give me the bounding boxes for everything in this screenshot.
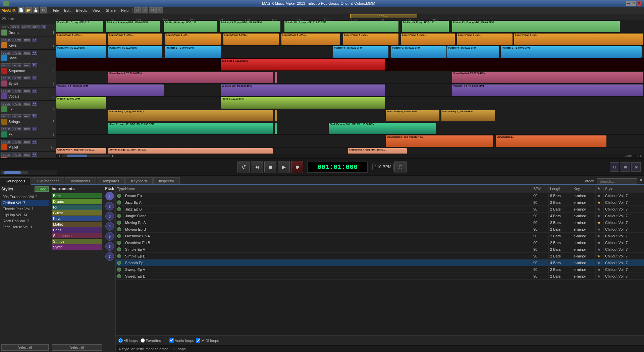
clip-drums-2[interactable]: Frickle_Kit_A_ogg:HDP_110.00 BPM (106, 21, 160, 32)
panel-search[interactable] (597, 178, 637, 184)
tab-templates[interactable]: Templates (97, 177, 125, 184)
col-header-bpm[interactable]: BPM (532, 185, 549, 192)
solo-synth[interactable]: SOLO (1, 76, 11, 80)
clip-vocals-3[interactable]: VocSolo_d 6_TS 80.00 BPM (452, 84, 643, 96)
pitch-btn-1[interactable]: 1 (105, 192, 114, 200)
rec-mallet[interactable]: REC (23, 140, 31, 144)
scissors-icon[interactable]: ✂ (149, 7, 156, 13)
open-icon[interactable]: 📂 (25, 7, 32, 13)
style-item[interactable]: Tech House Vol. 1 (1, 224, 49, 230)
clip-drums-3[interactable]: Frickle_Kit_A_ogg:HDP_110... (164, 21, 217, 32)
clip-perc-1[interactable]: CrashSwell A_ogg:HDP_TS 80.0... (56, 148, 106, 154)
strings-lane[interactable]: Interrobbery 6_ogg_001:HDP_1... Interrob… (56, 109, 644, 122)
clip-bass-7[interactable]: Pulsator 2_TS 80.00 BPM (501, 46, 642, 58)
pitch-btn-4[interactable]: 4 (105, 222, 114, 231)
radio-all-loops-input[interactable] (118, 338, 123, 343)
fx-drums[interactable]: FX (41, 25, 46, 29)
solo-fx[interactable]: SOLO (1, 102, 11, 106)
clip-strings-1[interactable]: Interrobbery 6_ogg_001:HDP_1... (108, 110, 273, 121)
loop-row[interactable]: Moving Ep B 90 2 Bars e-minor ★ Chillout… (116, 226, 644, 233)
col-header-length[interactable]: Length (549, 185, 572, 192)
instr-guitar[interactable]: Guitar (52, 210, 102, 216)
loop-fav[interactable]: ★ (596, 259, 604, 266)
loop-fav[interactable]: ★ (596, 219, 604, 226)
col-header-key[interactable]: Key (572, 185, 596, 192)
loop-fav[interactable]: ★ (596, 206, 604, 212)
record-button[interactable]: ⏺ (291, 161, 303, 173)
pointer-icon[interactable]: ↖ (156, 7, 163, 13)
loop-row[interactable]: Overdrive Ep B 90 2 Bars e-minor ★ Chill… (116, 239, 644, 246)
zoom-fit-icon[interactable]: ⊞ (640, 154, 643, 158)
hute-fx[interactable]: HUTE (12, 102, 22, 106)
instr-synth[interactable]: Synth (52, 244, 102, 250)
clip-drums-1[interactable]: Frickle_Kit_C_ogg:HDP_110... (56, 21, 103, 32)
menu-view[interactable]: View (90, 8, 103, 13)
menu-help[interactable]: Help (118, 8, 131, 13)
loop-fav[interactable]: ★ (596, 226, 604, 232)
scroll-right-arrow[interactable]: ► (112, 154, 115, 158)
rec-percussion[interactable]: REC (23, 153, 31, 157)
clip-keys-5[interactable]: LonelyPiano 6 ->Vio... (281, 34, 340, 45)
fx-lane[interactable]: Pipes 6_110.00 BPM Pipes 6_110.00 BPM (56, 97, 644, 109)
hute-percussion[interactable]: HUTE (12, 153, 22, 157)
save-icon[interactable]: 💾 (33, 7, 39, 13)
loop-fav[interactable]: ★ (596, 239, 604, 246)
style-item[interactable]: Electric Jazz Vol. 1 (1, 206, 49, 212)
clip-strings-2[interactable]: Interrobbery 6_110.00 BPM (386, 110, 439, 121)
solo-seq[interactable]: SOLO (1, 63, 11, 67)
hute-synth[interactable]: HUTE (12, 76, 22, 80)
clip-bass-6[interactable]: Pulsator 6_TS 80.00 BPM (447, 46, 499, 58)
hute-drums[interactable]: HUTE (21, 25, 31, 29)
loop-row[interactable]: Sweep Ep A 90 2 Bars e-minor ★ Chillout … (116, 266, 644, 273)
vocals-lane[interactable]: VocSolo_d 6_TS 80.00 BPM VocSolo_d 6_TS … (56, 84, 644, 97)
minimize-button[interactable]: — (626, 1, 631, 6)
percussion-lane[interactable]: CrashSwell A_ogg:HDP_TS 80.0... African … (56, 148, 644, 154)
menu-file[interactable]: File (50, 8, 62, 13)
clip-keys-6[interactable]: LonelyPiano 6 ->Vio... (343, 34, 398, 45)
clip-bass-5[interactable]: Pulsator 2_TS 80.00 BPM (391, 46, 446, 58)
loop-row[interactable]: Simple Ep B 90 2 Bars e-minor ★ Chillout… (116, 253, 644, 259)
hute-bass[interactable]: HUTE (12, 51, 22, 55)
clip-keys-3[interactable]: LonelyPiano 2 ->Vi... (165, 34, 221, 45)
tab-instruments[interactable]: Instruments (65, 177, 96, 184)
stop-button[interactable]: ⏹ (264, 161, 276, 173)
tab-keyboard[interactable]: Keyboard (125, 177, 153, 184)
loops-list[interactable]: Dream Ep 90 8 Bars e-minor ★ Chillout Vo… (116, 192, 644, 335)
style-item[interactable]: 90s Eurodance Vol. 1 (1, 194, 49, 200)
clip-sequence-1[interactable]: Big_Side 6_110.00 BPM (221, 59, 385, 70)
fx-synth[interactable]: FX (32, 76, 37, 80)
pitch-btn-6[interactable]: 6 (105, 242, 114, 251)
instr-strings[interactable]: Strings (52, 239, 102, 244)
clip-fx2-1[interactable]: Start_Fx_ogg_001:HDP_TS_115.00 BPM (108, 123, 273, 134)
loop-row[interactable]: Overdrive Ep A 90 2 Bars e-minor ★ Chill… (116, 233, 644, 239)
rec-drums[interactable]: REC (32, 25, 40, 29)
rec-synth[interactable]: REC (23, 76, 31, 80)
rec-fx[interactable]: REC (23, 102, 31, 106)
clip-strings-3[interactable]: Interrobbery 2_110.00 BPM (441, 110, 495, 121)
horizontal-scrollbar[interactable]: ◄ ► Zoom − + ⊞ (56, 154, 644, 158)
hute-fx2[interactable]: HUTE (12, 127, 22, 131)
loop-row[interactable]: Sweep Ep B 90 2 Bars e-minor ★ Chillout … (116, 273, 644, 280)
check-audio-loops[interactable]: Audio loops (169, 338, 194, 343)
loop-row[interactable]: Moving Ep A 90 2 Bars e-minor ★ Chillout… (116, 219, 644, 226)
loop-fav[interactable]: ★ (596, 266, 604, 273)
close-button[interactable]: ✕ (637, 1, 641, 6)
new-icon[interactable]: 📄 (18, 7, 24, 13)
tab-soundpools[interactable]: Soundpools (0, 177, 31, 185)
clip-bass-3[interactable]: Pulsator 2_TS 80.00 BPM (165, 46, 221, 58)
pitch-btn-3[interactable]: 3 (105, 212, 114, 221)
loop-fav[interactable]: ★ (596, 233, 604, 239)
keys-lane[interactable]: LonelyPiano 6 ->Vio... LonelyPiano 6 ->V… (56, 33, 644, 46)
loop-fav[interactable]: ★ (596, 213, 604, 219)
style-item[interactable]: Rock Pop Vol. 7 (1, 218, 49, 224)
clip-keys-4[interactable]: LonelyPiano 6->Vio... (223, 34, 279, 45)
drums-lane[interactable]: Frickle_Kit_C_ogg:HDP_110... Frickle_Kit… (56, 20, 644, 33)
redo-icon[interactable]: ↪ (142, 7, 148, 13)
loop-fav[interactable]: ★ (596, 192, 604, 199)
solo-fx2[interactable]: SOLO (1, 127, 11, 131)
sequence-lane[interactable]: Big_Side 6_110.00 BPM (56, 58, 644, 71)
solo-bass[interactable]: SOLO (1, 51, 11, 55)
clip-keys-8[interactable]: LonelyPiano 2 ->Vi... (457, 34, 513, 45)
settings-icon[interactable]: ⚙ (40, 7, 47, 13)
loop-fav[interactable]: ★ (596, 253, 604, 259)
